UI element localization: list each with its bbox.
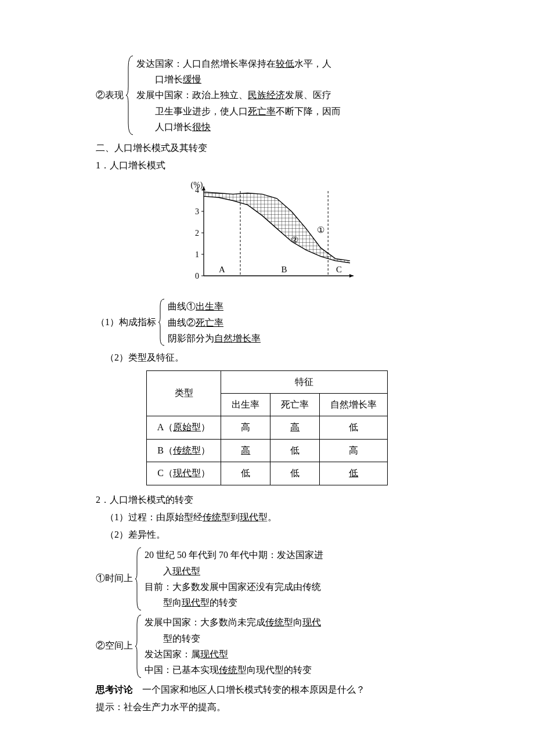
sub-1: 1．人口增长模式 xyxy=(96,157,438,174)
hint: 提示：社会生产力水平的提高。 xyxy=(96,699,438,716)
line: 卫生事业进步，使人口死亡率不断下降，因而 xyxy=(136,103,341,119)
line: 型的转变 xyxy=(145,631,321,646)
sub-1-2: （2）类型及特征。 xyxy=(105,349,438,366)
time-content: 20 世纪 50 年代到 70 年代中期：发达国家进 入现代型 目前：大多数发展… xyxy=(143,547,323,610)
line: 曲线①出生率 xyxy=(168,298,261,314)
svg-text:②: ② xyxy=(291,235,298,244)
expression-label: ②表现 xyxy=(96,87,125,104)
line: 发展中国家：大多数尚未完成传统型向现代 xyxy=(145,614,321,630)
brace-icon xyxy=(134,546,143,611)
th-col: 自然增长率 xyxy=(320,393,388,416)
brace-icon xyxy=(134,614,143,679)
th-type: 类型 xyxy=(146,370,221,416)
sub-2-1: （1）过程：由原始型经传统型到现代型。 xyxy=(105,509,438,526)
svg-text:B: B xyxy=(282,265,287,274)
svg-text:3: 3 xyxy=(195,207,199,216)
space-block: ②空间上 发展中国家：大多数尚未完成传统型向现代 型的转变 发达国家：属现代型 … xyxy=(96,614,438,679)
brace-icon xyxy=(125,55,135,136)
chart-svg: 01234(%)ABC①② xyxy=(177,179,357,290)
expression-content: 发达国家：人口自然增长率保持在较低水平，人 口增长缓慢 发展中国家：政治上独立、… xyxy=(135,56,341,135)
line: 型向现代型的转变 xyxy=(145,595,323,610)
svg-text:0: 0 xyxy=(195,272,199,280)
svg-text:1: 1 xyxy=(195,250,199,259)
svg-text:①: ① xyxy=(317,225,324,235)
table-row: A（原始型）高高低 xyxy=(146,416,388,439)
th-col: 出生率 xyxy=(221,393,270,416)
type-feature-table: 类型 特征 出生率 死亡率 自然增长率 A（原始型）高高低B（传统型）高低高C（… xyxy=(146,370,388,485)
time-label: ①时间上 xyxy=(96,570,134,587)
th-col: 死亡率 xyxy=(270,393,320,416)
line: 发达国家：人口自然增长率保持在较低水平，人 xyxy=(136,56,341,71)
line: 口增长缓慢 xyxy=(136,71,341,87)
think-label: 思考讨论 xyxy=(96,685,133,694)
population-growth-chart: 01234(%)ABC①② xyxy=(96,179,438,296)
time-block: ①时间上 20 世纪 50 年代到 70 年代中期：发达国家进 入现代型 目前：… xyxy=(96,546,438,611)
think-question: 一个国家和地区人口增长模式转变的根本原因是什么？ xyxy=(133,685,365,694)
th-feature: 特征 xyxy=(221,370,388,393)
indicator-content: 曲线①出生率 曲线②死亡率 阴影部分为自然增长率 xyxy=(167,298,261,346)
space-label: ②空间上 xyxy=(96,637,134,654)
think-discuss: 思考讨论 一个国家和地区人口增长模式转变的根本原因是什么？ xyxy=(96,681,438,699)
line: 阴影部分为自然增长率 xyxy=(168,330,261,346)
line: 曲线②死亡率 xyxy=(168,315,261,330)
brace-icon xyxy=(157,298,167,347)
table-row: C（现代型）低低低 xyxy=(146,462,388,485)
sub-2-2: （2）差异性。 xyxy=(105,526,438,543)
line: 入现代型 xyxy=(145,563,323,579)
line: 中国：已基本实现传统型向现代型的转变 xyxy=(145,662,321,678)
indicator-label: （1）构成指标 xyxy=(96,314,157,331)
table-row: B（传统型）高低高 xyxy=(146,439,388,462)
line: 人口增长很快 xyxy=(136,119,341,135)
line: 20 世纪 50 年代到 70 年代中期：发达国家进 xyxy=(145,547,323,563)
heading-2: 二、人口增长模式及其转变 xyxy=(96,139,438,157)
line: 发达国家：属现代型 xyxy=(145,646,321,662)
svg-text:2: 2 xyxy=(195,229,199,237)
line: 发展中国家：政治上独立、民族经济发展、医疗 xyxy=(136,87,341,103)
line: 目前：大多数发展中国家还没有完成由传统 xyxy=(145,579,323,595)
space-content: 发展中国家：大多数尚未完成传统型向现代 型的转变 发达国家：属现代型 中国：已基… xyxy=(143,614,321,678)
svg-text:(%): (%) xyxy=(191,181,203,190)
indicator-block: （1）构成指标 曲线①出生率 曲线②死亡率 阴影部分为自然增长率 xyxy=(96,298,438,347)
sub-2: 2．人口增长模式的转变 xyxy=(96,491,438,509)
svg-text:C: C xyxy=(336,265,342,274)
expression-block: ②表现 发达国家：人口自然增长率保持在较低水平，人 口增长缓慢 发展中国家：政治… xyxy=(96,55,438,136)
svg-text:A: A xyxy=(219,265,225,274)
